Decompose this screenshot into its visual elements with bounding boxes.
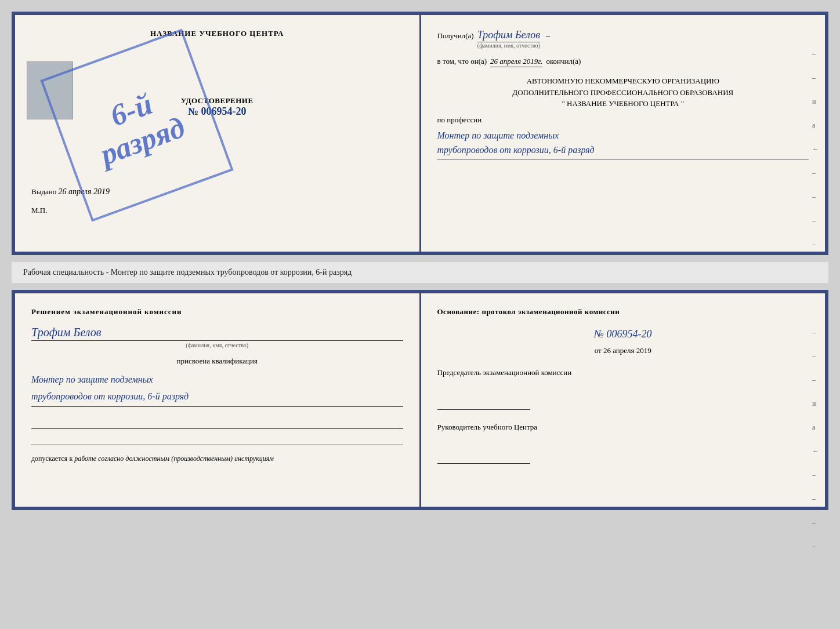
recipient-name: Трофим Белов	[477, 29, 540, 42]
bottom-doc-left: Решением экзаменационной комиссии Трофим…	[15, 293, 421, 507]
chairman-block: Председатель экзаменационной комиссии	[437, 367, 809, 410]
bottom-doc-right: Основание: протокол экзаменационной коми…	[421, 293, 825, 507]
side-dashes: – – и а ← – – – –	[812, 50, 819, 249]
mp-label: М.П.	[31, 206, 403, 215]
date-line: в том, что он(а) 26 апреля 2019г. окончи…	[437, 57, 809, 67]
top-document: НАЗВАНИЕ УЧЕБНОГО ЦЕНТРА 6-йразряд УДОСТ…	[12, 12, 828, 255]
basis-num: № 006954-20	[437, 328, 809, 340]
chairman-label: Председатель экзаменационной комиссии	[437, 367, 809, 379]
date-val: 26 апреля 2019г.	[490, 57, 542, 67]
photo-placeholder	[27, 61, 73, 119]
bottom-name-sub: (фамилия, имя, отчество)	[31, 342, 403, 348]
middle-text: Рабочая специальность - Монтер по защите…	[12, 262, 828, 283]
bottom-lines	[31, 415, 403, 445]
director-label: Руководитель учебного Центра	[437, 421, 809, 433]
recipient-name-sub: (фамилия, имя, отчество)	[477, 42, 540, 49]
bottom-right-side-dashes: – – – и а ← – – – –	[812, 328, 819, 551]
cert-num: № 006954-20	[31, 106, 403, 118]
top-doc-left: НАЗВАНИЕ УЧЕБНОГО ЦЕНТРА 6-йразряд УДОСТ…	[15, 15, 421, 252]
stamp-text: 6-йразряд	[85, 79, 189, 172]
top-center-title: НАЗВАНИЕ УЧЕБНОГО ЦЕНТРА	[31, 29, 403, 38]
allowed-text: допускается к работе согласно должностны…	[31, 455, 403, 463]
cert-label: УДОСТОВЕРЕНИЕ	[31, 96, 403, 106]
bottom-name: Трофим Белов	[31, 326, 403, 341]
profession-val: Монтер по защите подземных трубопроводов…	[437, 128, 809, 159]
page-wrapper: НАЗВАНИЕ УЧЕБНОГО ЦЕНТРА 6-йразряд УДОСТ…	[12, 12, 828, 510]
assigned-label: присвоена квалификация	[31, 357, 403, 366]
basis-title: Основание: протокол экзаменационной коми…	[437, 307, 809, 317]
recipient-line: Получил(а) Трофим Белов (фамилия, имя, о…	[437, 29, 809, 49]
director-signature-line	[437, 450, 530, 464]
profession-label: по профессии	[437, 115, 809, 125]
cert-num-block: УДОСТОВЕРЕНИЕ № 006954-20	[31, 96, 403, 118]
cert-issued: Выдано 26 апреля 2019	[31, 187, 403, 197]
bottom-document: Решением экзаменационной комиссии Трофим…	[12, 290, 828, 510]
chairman-signature-line	[437, 396, 530, 410]
decision-title: Решением экзаменационной комиссии	[31, 307, 403, 317]
basis-date: от 26 апреля 2019	[437, 346, 809, 355]
bottom-profession: Монтер по защите подземных трубопроводов…	[31, 372, 403, 407]
org-block: АВТОНОМНУЮ НЕКОММЕРЧЕСКУЮ ОРГАНИЗАЦИЮ ДО…	[437, 75, 809, 110]
top-doc-right: Получил(а) Трофим Белов (фамилия, имя, о…	[421, 15, 825, 252]
